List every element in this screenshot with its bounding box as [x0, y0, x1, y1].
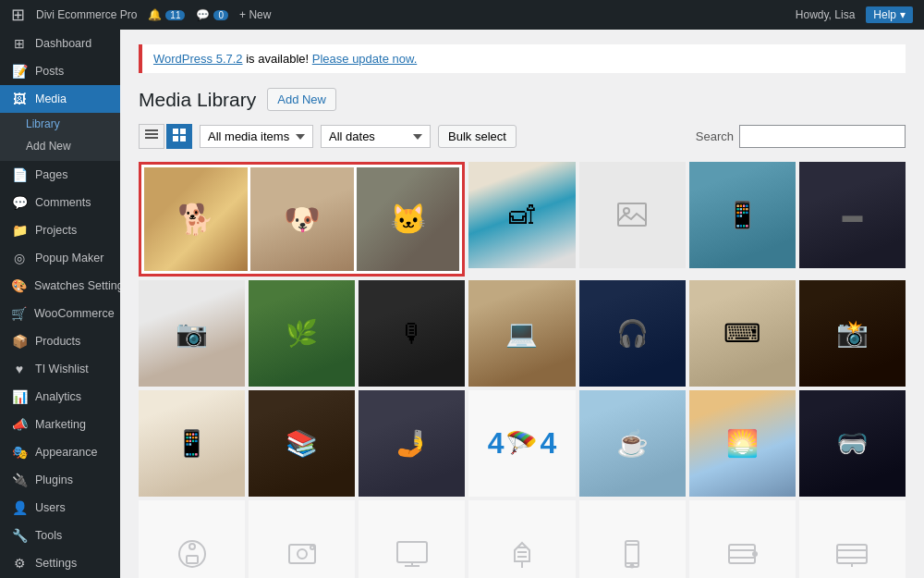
- sidebar-item-settings[interactable]: ⚙ Settings: [0, 549, 120, 577]
- notifications[interactable]: 🔔 11: [148, 8, 185, 21]
- media-item[interactable]: 🐱: [357, 167, 460, 271]
- woo-icon: 🛒: [11, 306, 27, 321]
- media-item[interactable]: 📸: [799, 280, 906, 387]
- sidebar-item-woocommerce[interactable]: 🛒 WooCommerce: [0, 300, 120, 327]
- sidebar-item-label: Pages: [35, 168, 67, 181]
- list-view-button[interactable]: [139, 124, 164, 149]
- sidebar-item-pages[interactable]: 📄 Pages: [0, 161, 120, 189]
- svg-rect-15: [397, 542, 427, 562]
- svg-point-26: [631, 564, 634, 567]
- site-name[interactable]: Divi Ecommerce Pro: [36, 8, 137, 21]
- svg-rect-7: [618, 203, 646, 226]
- svg-rect-4: [180, 129, 186, 134]
- media-item[interactable]: 📱: [689, 162, 796, 268]
- media-item[interactable]: 💻: [468, 280, 575, 387]
- media-item[interactable]: 🌅: [689, 390, 796, 497]
- comments-notif[interactable]: 💬 0: [196, 8, 228, 21]
- users-icon: 👤: [11, 500, 28, 515]
- sidebar-item-swatches-settings[interactable]: 🎨 Swatches Settings: [0, 272, 120, 300]
- sidebar-item-label: TI Wishlist: [35, 363, 89, 375]
- sidebar-item-appearance[interactable]: 🎭 Appearance: [0, 438, 120, 466]
- media-item-icon[interactable]: [579, 500, 686, 578]
- media-item[interactable]: 🌿: [249, 280, 355, 387]
- media-item[interactable]: 🥽: [799, 390, 906, 497]
- media-item[interactable]: ☕: [579, 390, 686, 497]
- media-item[interactable]: 4 🪂 4: [468, 390, 575, 497]
- sidebar-item-media[interactable]: 🖼 Media: [0, 85, 120, 113]
- comment-icon: 💬: [196, 8, 210, 21]
- wp-update-link[interactable]: WordPress 5.7.2: [153, 52, 243, 66]
- sidebar-item-popup-maker[interactable]: ◎ Popup Maker: [0, 244, 120, 272]
- products-icon: 📦: [11, 334, 28, 349]
- sidebar-item-label: Appearance: [35, 446, 97, 459]
- sidebar-item-add-new[interactable]: Add New: [0, 135, 120, 157]
- dashboard-icon: ⊞: [11, 36, 28, 51]
- sidebar-item-plugins[interactable]: 🔌 Plugins: [0, 466, 120, 494]
- date-filter[interactable]: All dates January 2021 February 2021: [321, 125, 431, 148]
- svg-rect-3: [173, 129, 178, 134]
- sidebar-item-marketing[interactable]: 📣 Marketing: [0, 411, 120, 438]
- sidebar-item-label: Comments: [35, 196, 91, 209]
- help-button[interactable]: Help ▾: [866, 6, 913, 23]
- view-toggle: [139, 124, 192, 149]
- search-label: Search: [696, 129, 734, 143]
- admin-bar-right: Howdy, Lisa Help ▾: [796, 6, 913, 23]
- sidebar-item-analytics[interactable]: 📊 Analytics: [0, 383, 120, 411]
- bell-icon: 🔔: [148, 8, 162, 21]
- media-item-icon[interactable]: [689, 500, 796, 578]
- media-item[interactable]: ⌨: [689, 280, 796, 387]
- sidebar-item-posts[interactable]: 📝 Posts: [0, 57, 120, 85]
- media-item-icon[interactable]: [249, 500, 355, 578]
- media-item-icon[interactable]: [139, 500, 245, 578]
- media-item[interactable]: 🎧: [579, 280, 686, 387]
- appearance-icon: 🎭: [11, 445, 28, 460]
- sidebar-item-dashboard[interactable]: ⊞ Dashboard: [0, 30, 120, 57]
- media-item-icon[interactable]: [359, 500, 465, 578]
- sidebar-item-tools[interactable]: 🔧 Tools: [0, 522, 120, 549]
- media-item-icon[interactable]: [468, 500, 575, 578]
- media-item-placeholder[interactable]: [579, 162, 686, 268]
- update-now-link[interactable]: Please update now.: [312, 52, 417, 66]
- sidebar-item-library[interactable]: Library: [0, 113, 120, 135]
- analytics-icon: 📊: [11, 389, 28, 404]
- media-item[interactable]: 🛋: [468, 162, 575, 268]
- bulk-select-button[interactable]: Bulk select: [438, 125, 517, 148]
- sidebar-item-label: Analytics: [35, 390, 81, 403]
- sidebar-item-users[interactable]: 👤 Users: [0, 494, 120, 522]
- grid-view-button[interactable]: [166, 124, 192, 149]
- svg-point-14: [310, 546, 314, 549]
- add-new-button[interactable]: Add New: [267, 88, 336, 111]
- media-item-icon[interactable]: [799, 500, 906, 578]
- popup-icon: ◎: [11, 251, 28, 265]
- chevron-down-icon: ▾: [900, 8, 906, 21]
- search-input[interactable]: [739, 125, 906, 148]
- page-header: Media Library Add New: [139, 88, 906, 111]
- svg-rect-31: [837, 545, 867, 563]
- wishlist-icon: ♥: [11, 362, 28, 376]
- media-item[interactable]: ▬: [799, 162, 906, 268]
- settings-icon: ⚙: [11, 556, 28, 571]
- media-item[interactable]: 🐶: [250, 167, 354, 271]
- comment-count: 0: [213, 10, 228, 20]
- media-item[interactable]: 🐕: [144, 167, 248, 271]
- sidebar-item-label: Products: [35, 335, 80, 348]
- sidebar-item-projects[interactable]: 📁 Projects: [0, 216, 120, 244]
- svg-rect-11: [187, 556, 198, 563]
- media-item[interactable]: 📷: [139, 280, 245, 387]
- sidebar-item-label: Posts: [35, 65, 64, 78]
- svg-point-8: [624, 208, 629, 214]
- sidebar-item-label: Projects: [35, 224, 77, 237]
- content-area: WordPress 5.7.2 is available! Please upd…: [120, 30, 924, 578]
- media-item[interactable]: 📱: [139, 390, 245, 497]
- media-item[interactable]: 🎙: [359, 280, 465, 387]
- media-item[interactable]: 📚: [249, 390, 355, 497]
- sidebar-item-comments[interactable]: 💬 Comments: [0, 189, 120, 216]
- media-type-filter[interactable]: All media items Images Audio Video: [200, 125, 313, 148]
- media-item[interactable]: 🤳: [359, 390, 465, 497]
- sidebar-item-label: Dashboard: [35, 37, 91, 50]
- marketing-icon: 📣: [11, 417, 28, 432]
- new-button[interactable]: + New: [239, 8, 271, 21]
- sidebar-item-ti-wishlist[interactable]: ♥ TI Wishlist: [0, 355, 120, 383]
- sidebar-item-products[interactable]: 📦 Products: [0, 327, 120, 355]
- svg-rect-27: [729, 545, 755, 563]
